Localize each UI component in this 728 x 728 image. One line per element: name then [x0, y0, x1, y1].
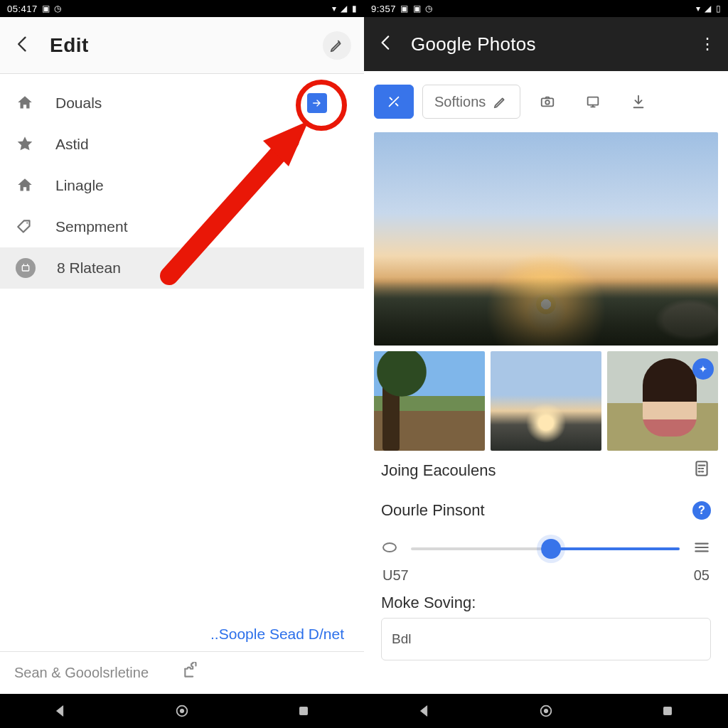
tool-download-button[interactable] — [620, 85, 657, 119]
page-title: Google Photos — [411, 33, 700, 55]
svg-rect-8 — [588, 97, 599, 105]
nav-back[interactable] — [50, 701, 70, 721]
slider-left-label: U57 — [382, 567, 409, 584]
overflow-menu-button[interactable]: ⋮ — [700, 35, 715, 53]
status-time: 05:417 — [7, 4, 38, 14]
strength-slider[interactable] — [411, 537, 680, 560]
edit-toolbar: Softions — [374, 81, 718, 122]
slider-fill — [551, 547, 680, 550]
edit-item-label: 8 Rlatean — [57, 259, 121, 277]
tool-auto-button[interactable] — [374, 85, 414, 119]
svg-rect-12 — [663, 707, 671, 715]
home-icon — [16, 94, 34, 112]
svg-point-4 — [180, 709, 184, 713]
main-photo[interactable] — [374, 132, 718, 346]
row-label: Joing Eacoulens — [381, 461, 496, 480]
nav-home[interactable] — [536, 701, 556, 721]
card-icon — [16, 258, 36, 278]
edit-item-rlatean[interactable]: 8 Rlatean — [0, 247, 364, 289]
notif-icon: ▣ — [400, 4, 409, 14]
slider-thumb[interactable] — [541, 539, 561, 559]
phone-photos: 9:357 ▣ ▣ ◷ ▾ ◢ ▯ Google Photos ⋮ Softio… — [364, 0, 728, 728]
edit-item-sempment[interactable]: Sempment — [0, 206, 364, 247]
svg-rect-0 — [22, 266, 28, 271]
edit-compose-button[interactable] — [323, 31, 351, 60]
nav-recent[interactable] — [294, 701, 314, 721]
signal-icon: ◢ — [341, 4, 348, 14]
android-nav-bar — [0, 694, 364, 728]
slider-row — [381, 530, 711, 567]
tag-icon — [16, 218, 34, 236]
status-bar: 05:417 ▣ ◷ ▾ ◢ ▮ — [0, 0, 364, 17]
wifi-icon: ▾ — [332, 4, 337, 14]
tool-label: Softions — [434, 94, 486, 110]
battery-icon: ▯ — [716, 4, 722, 14]
slider-right-label: 05 — [694, 567, 710, 584]
nav-back[interactable] — [414, 701, 434, 721]
tool-softions-button[interactable]: Softions — [422, 85, 520, 119]
nav-home[interactable] — [172, 701, 192, 721]
help-icon[interactable]: ? — [692, 501, 711, 520]
notif-icon: ▣ — [42, 4, 50, 14]
back-button[interactable] — [377, 33, 395, 55]
photos-header: Google Photos ⋮ — [364, 17, 728, 71]
nav-recent[interactable] — [658, 701, 678, 721]
status-bar: 9:357 ▣ ▣ ◷ ▾ ◢ ▯ — [364, 0, 728, 17]
list-icon[interactable] — [692, 538, 711, 560]
photo-thumbnail[interactable]: ✦ — [607, 351, 718, 451]
footer-bar: Sean & Gooolsrletine — [0, 651, 364, 694]
slider-labels: U57 05 — [381, 567, 711, 588]
thumbnail-badge-icon: ✦ — [692, 358, 714, 380]
page-title: Edit — [50, 34, 323, 57]
notif-icon: ▣ — [413, 4, 422, 14]
photo-thumbnail[interactable] — [374, 351, 485, 451]
photos-canvas: Softions ✦ Joing Eacoule — [364, 71, 728, 660]
home-icon — [16, 176, 34, 195]
battery-icon: ▮ — [352, 4, 358, 14]
svg-rect-5 — [299, 707, 307, 715]
edit-item-label: Sempment — [55, 218, 128, 235]
edit-item-label: Douals — [55, 95, 102, 112]
puzzle-icon[interactable] — [182, 662, 350, 684]
back-button[interactable] — [13, 34, 33, 57]
photo-thumbnail[interactable] — [491, 351, 601, 451]
setting-row-oourle[interactable]: Oourle Pinsont ? — [381, 491, 711, 530]
photo-thumbnail-row: ✦ — [374, 351, 718, 451]
phone-edit: 05:417 ▣ ◷ ▾ ◢ ▮ Edit Douals — [0, 0, 364, 728]
svg-point-7 — [546, 100, 550, 105]
signal-icon: ◢ — [705, 4, 712, 14]
edit-item-astid[interactable]: Astid — [0, 124, 364, 165]
dropdown-stub-text: Bdl — [392, 631, 411, 647]
android-nav-bar — [364, 694, 728, 728]
edit-header: Edit — [0, 17, 364, 74]
make-soving-label: Moke Soving: — [381, 588, 711, 614]
row-label: Oourle Pinsont — [381, 501, 485, 520]
dropdown-stub[interactable]: Bdl — [381, 618, 711, 660]
star-icon — [16, 135, 34, 154]
clock-icon: ◷ — [54, 4, 62, 14]
footer-bar-text: Sean & Gooolsrletine — [14, 665, 182, 681]
loop-icon — [381, 539, 398, 559]
settings-section: Joing Eacoulens Oourle Pinsont ? — [374, 451, 718, 660]
edit-item-linagle[interactable]: Linagle — [0, 165, 364, 206]
sun-glow — [536, 294, 556, 314]
setting-row-joing[interactable]: Joing Eacoulens — [381, 451, 711, 491]
status-time: 9:357 — [371, 4, 396, 14]
svg-rect-6 — [542, 98, 554, 106]
annotation-circle — [296, 80, 347, 131]
tool-screen-button[interactable] — [574, 85, 611, 119]
footer-link[interactable]: ..Soople Sead D/net — [210, 626, 344, 643]
svg-point-11 — [544, 709, 548, 713]
edit-item-label: Linagle — [55, 177, 104, 194]
calculator-icon — [692, 459, 711, 482]
wifi-icon: ▾ — [696, 4, 701, 14]
tool-camera-button[interactable] — [529, 85, 566, 119]
clock-icon: ◷ — [425, 4, 433, 14]
edit-item-label: Astid — [55, 136, 89, 153]
